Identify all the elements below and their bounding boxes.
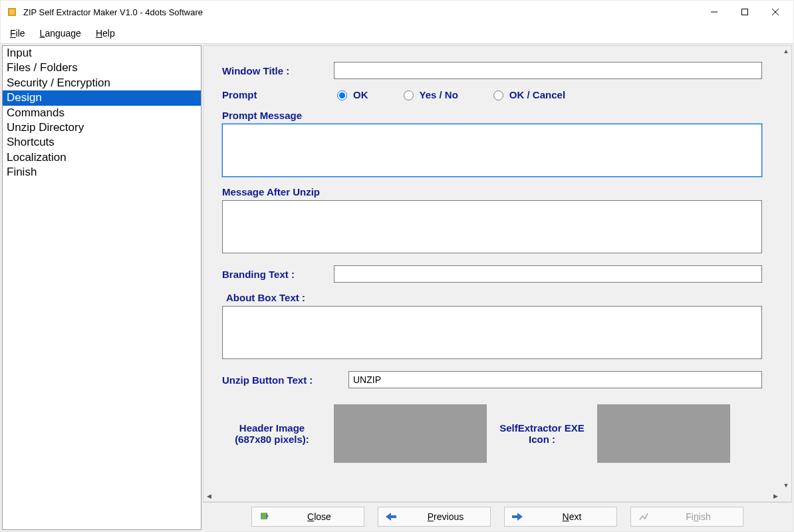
nav-files-folders[interactable]: Files / Folders: [3, 61, 201, 75]
window-title-label: Window Title :: [222, 65, 334, 76]
menu-bar: File Language Help: [1, 23, 793, 43]
nav-shortcuts[interactable]: Shortcuts: [3, 135, 201, 150]
minimize-button[interactable]: [699, 2, 729, 22]
work-area: Input Files / Folders Security / Encrypt…: [1, 43, 793, 531]
menu-help[interactable]: Help: [96, 28, 115, 39]
prompt-message-label: Prompt Message: [222, 110, 762, 121]
about-label: About Box Text :: [222, 292, 762, 303]
nav-security[interactable]: Security / Encryption: [3, 76, 201, 90]
prompt-radio-okcancel[interactable]: [493, 90, 503, 100]
window-title: ZIP Self Extractor Maker V1.0 - 4dots So…: [23, 7, 699, 17]
app-window: ZIP Self Extractor Maker V1.0 - 4dots So…: [0, 0, 794, 532]
prompt-radio-group: OK Yes / No OK / Cancel: [334, 88, 565, 100]
prompt-message-input[interactable]: [222, 124, 762, 177]
prompt-radio-yesno-label: Yes / No: [420, 89, 458, 100]
header-image-well[interactable]: [334, 404, 487, 463]
prompt-label: Prompt: [222, 89, 334, 100]
scroll-down-icon[interactable]: ▼: [781, 480, 791, 491]
svg-rect-3: [742, 9, 748, 15]
about-input[interactable]: [222, 306, 762, 359]
window-title-input[interactable]: [334, 62, 762, 79]
scroll-up-icon[interactable]: ▲: [781, 46, 791, 57]
nav-finish[interactable]: Finish: [3, 165, 201, 180]
svg-rect-1: [9, 9, 15, 15]
close-icon: [259, 511, 271, 523]
scroll-corner: [781, 491, 791, 501]
title-bar: ZIP Self Extractor Maker V1.0 - 4dots So…: [1, 1, 793, 23]
main-panel: Window Title : Prompt OK Yes / No OK / C…: [203, 45, 792, 530]
exe-icon-well[interactable]: [597, 404, 730, 463]
nav-localization[interactable]: Localization: [3, 150, 201, 165]
unzip-btn-label: Unzip Button Text :: [222, 374, 348, 386]
close-button[interactable]: Close: [251, 507, 364, 527]
scroll-left-icon[interactable]: ◀: [203, 491, 214, 501]
unzip-btn-input[interactable]: [348, 371, 762, 388]
prompt-radio-yesno[interactable]: [404, 90, 414, 100]
scroll-right-icon[interactable]: ▶: [770, 491, 781, 501]
horizontal-scrollbar[interactable]: ◀ ▶: [203, 491, 781, 501]
branding-input[interactable]: [334, 265, 762, 283]
branding-label: Branding Text :: [222, 269, 334, 280]
menu-file[interactable]: File: [10, 28, 25, 39]
nav-unzip-directory[interactable]: Unzip Directory: [3, 120, 201, 135]
finish-button[interactable]: Finish: [630, 507, 743, 527]
wizard-bar: Close Previous Next Finish: [203, 502, 792, 530]
header-image-label: Header Image (687x80 pixels):: [222, 422, 322, 445]
app-icon: [6, 6, 18, 18]
design-form: Window Title : Prompt OK Yes / No OK / C…: [203, 46, 781, 491]
nav-input[interactable]: Input: [3, 46, 201, 61]
nav-commands[interactable]: Commands: [3, 106, 201, 120]
scroll-pane: Window Title : Prompt OK Yes / No OK / C…: [203, 45, 792, 502]
vertical-scrollbar[interactable]: ▲ ▼: [781, 46, 791, 491]
close-window-button[interactable]: [760, 2, 791, 22]
previous-button[interactable]: Previous: [378, 507, 491, 527]
prompt-radio-ok[interactable]: [337, 90, 347, 100]
next-button[interactable]: Next: [504, 507, 617, 527]
arrow-right-icon: [511, 511, 523, 523]
menu-language[interactable]: Language: [40, 28, 81, 39]
prompt-radio-okcancel-label: OK / Cancel: [509, 89, 565, 100]
finish-icon: [638, 511, 650, 523]
arrow-left-icon: [385, 511, 397, 523]
after-unzip-input[interactable]: [222, 200, 762, 253]
maximize-button[interactable]: [729, 2, 760, 22]
after-unzip-label: Message After Unzip: [222, 186, 762, 198]
exe-icon-label: SelfExtractor EXE Icon :: [499, 422, 585, 445]
prompt-radio-ok-label: OK: [353, 89, 368, 100]
nav-design[interactable]: Design: [3, 90, 201, 105]
sidebar-nav: Input Files / Folders Security / Encrypt…: [2, 45, 201, 530]
